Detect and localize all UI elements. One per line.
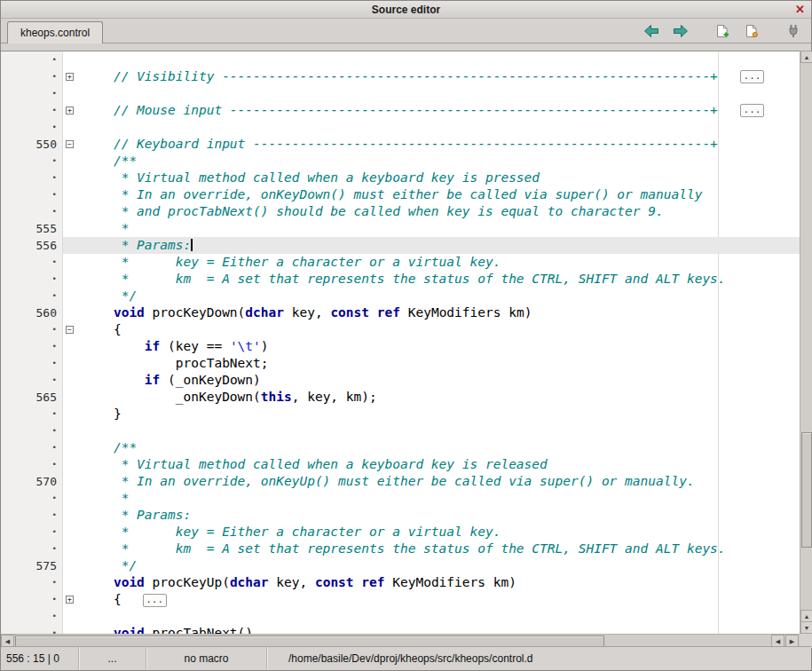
code-line[interactable]: • * In an override, onKeyDown() must eit… xyxy=(1,186,800,203)
code-token: procKeyUp( xyxy=(145,575,230,589)
fold-toggle-icon[interactable]: + xyxy=(66,107,74,114)
code-line[interactable]: • * xyxy=(1,490,800,507)
fold-column: + xyxy=(63,591,83,608)
code-text: * Params: xyxy=(83,237,800,254)
folded-code-ellipsis[interactable]: ... xyxy=(143,594,167,607)
code-line[interactable]: • * and procTabNext() should be called w… xyxy=(1,203,800,220)
code-token: /** xyxy=(83,440,137,454)
close-icon[interactable]: ✕ xyxy=(795,3,805,17)
line-number: • xyxy=(1,186,63,203)
code-token: * key = Either a character or a virtual … xyxy=(83,525,501,539)
scroll-up-button[interactable]: ▲ xyxy=(800,51,812,63)
line-number: • xyxy=(1,271,63,288)
code-line[interactable]: • xyxy=(1,119,800,136)
code-line[interactable]: • xyxy=(1,51,800,68)
code-token: const xyxy=(330,305,369,320)
line-number: • xyxy=(1,51,63,68)
line-number: • xyxy=(1,355,63,372)
code-editor[interactable]: ••+ // Visibility ----------------------… xyxy=(1,51,800,634)
code-token xyxy=(369,305,377,320)
code-token xyxy=(83,626,114,634)
scroll-down-button[interactable]: ▼ xyxy=(800,621,812,634)
code-text: /** xyxy=(83,439,800,456)
code-line[interactable]: 570 * In an override, onKeyUp() must eit… xyxy=(1,473,800,490)
code-text: // Mouse input -------------------------… xyxy=(83,102,800,119)
scroll-up-secondary-button[interactable]: ▲ xyxy=(800,610,812,622)
line-number: • xyxy=(1,541,63,557)
go-forward-button[interactable] xyxy=(672,23,690,39)
code-line[interactable]: • procTabNext; xyxy=(1,355,800,372)
code-text: * km = A set that represents the status … xyxy=(83,271,800,288)
fold-column xyxy=(63,625,83,634)
code-line[interactable]: • * Virtual method called when a keyboar… xyxy=(1,170,800,186)
code-line[interactable]: • xyxy=(1,85,800,102)
code-line[interactable]: 556 * Params: xyxy=(1,237,800,254)
fold-column xyxy=(63,456,83,473)
line-number: 550 xyxy=(1,136,63,153)
file-path: /home/basile/Dev/dproj/kheops/src/kheops… xyxy=(288,652,532,665)
code-line[interactable]: 560 void procKeyDown(dchar key, const re… xyxy=(1,304,800,321)
new-document-button[interactable] xyxy=(713,23,731,39)
tab-kheops-control[interactable]: kheops.control xyxy=(7,21,103,43)
code-line[interactable]: • /** xyxy=(1,439,800,456)
code-line[interactable]: •− { xyxy=(1,321,800,338)
code-line[interactable]: •+ // Visibility -----------------------… xyxy=(1,68,800,85)
code-token: void xyxy=(114,305,145,320)
fold-column xyxy=(63,422,83,439)
fold-column xyxy=(63,304,83,321)
arrow-left-icon: ◀ xyxy=(5,638,10,645)
go-back-button[interactable] xyxy=(643,23,660,39)
code-token: dchar xyxy=(245,305,284,320)
code-line[interactable]: 555 * xyxy=(1,220,800,237)
vertical-scroll-thumb[interactable] xyxy=(801,432,812,548)
source-editor-window: Source editor ✕ kheops.control xyxy=(0,0,812,671)
code-line[interactable]: • void procTabNext() xyxy=(1,625,800,634)
code-line[interactable]: 565 _onKeyDown(this, key, km); xyxy=(1,389,800,406)
code-line[interactable]: • * km = A set that represents the statu… xyxy=(1,541,800,557)
window-title: Source editor xyxy=(372,4,440,16)
code-line[interactable]: • void procKeyUp(dchar key, const ref Ke… xyxy=(1,574,800,591)
line-number: 560 xyxy=(1,304,63,321)
code-line[interactable]: •+ // Mouse input ----------------------… xyxy=(1,102,800,119)
code-line[interactable]: • * Virtual method called when a keyboar… xyxy=(1,456,800,473)
code-text: // Visibility --------------------------… xyxy=(83,68,800,85)
plug-button[interactable] xyxy=(784,23,802,39)
code-line[interactable]: • * Params: xyxy=(1,507,800,524)
fold-column xyxy=(63,203,83,220)
code-line[interactable]: • * key = Either a character or a virtua… xyxy=(1,524,800,541)
fold-toggle-icon[interactable]: + xyxy=(66,73,74,81)
code-text xyxy=(83,608,800,625)
code-line[interactable]: • * key = Either a character or a virtua… xyxy=(1,254,800,271)
code-line[interactable]: • /** xyxy=(1,153,800,170)
code-line[interactable]: • if (_onKeyDown) xyxy=(1,372,800,389)
code-line[interactable]: • } xyxy=(1,406,800,422)
code-token: // Visibility --------------------------… xyxy=(83,69,718,83)
code-token: key, xyxy=(284,305,330,320)
titlebar[interactable]: Source editor ✕ xyxy=(1,1,811,19)
fold-column xyxy=(63,85,83,102)
code-line[interactable]: •+ {... xyxy=(1,591,800,608)
fold-toggle-icon[interactable]: − xyxy=(66,326,74,334)
code-line[interactable]: • xyxy=(1,422,800,439)
code-text: * km = A set that represents the status … xyxy=(83,541,800,557)
folded-code-ellipsis[interactable]: ... xyxy=(740,104,764,117)
fold-toggle-icon[interactable]: + xyxy=(66,596,74,604)
code-line[interactable]: • * km = A set that represents the statu… xyxy=(1,271,800,288)
code-line[interactable]: 550− // Keyboard input -----------------… xyxy=(1,136,800,153)
code-line[interactable]: • xyxy=(1,608,800,625)
code-token: ) xyxy=(261,339,269,353)
fold-column xyxy=(63,574,83,591)
fold-column xyxy=(63,51,83,68)
code-text: if (_onKeyDown) xyxy=(83,372,800,389)
folded-code-ellipsis[interactable]: ... xyxy=(740,70,764,83)
code-token: (_onKeyDown) xyxy=(160,373,261,387)
code-line[interactable]: • */ xyxy=(1,288,800,304)
save-document-button[interactable] xyxy=(743,23,761,39)
fold-column xyxy=(63,220,83,237)
vertical-scrollbar[interactable]: ▲ ▲ ▼ xyxy=(800,51,812,634)
code-text: _onKeyDown(this, key, km); xyxy=(83,389,800,406)
code-line[interactable]: 575 */ xyxy=(1,557,800,574)
code-line[interactable]: • if (key == '\t') xyxy=(1,338,800,355)
fold-toggle-icon[interactable]: − xyxy=(66,140,74,148)
save-document-icon xyxy=(745,24,759,38)
